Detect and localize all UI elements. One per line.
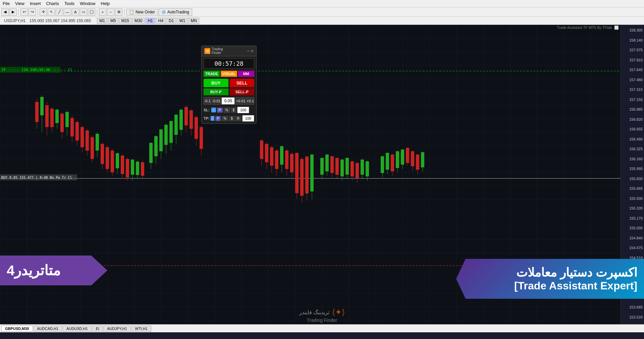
panel-tab-trade[interactable]: TRADE	[204, 71, 220, 77]
svg-rect-28	[75, 122, 79, 140]
svg-rect-134	[416, 155, 419, 170]
lot-minus-01-button[interactable]: -0.1	[204, 97, 211, 105]
sl-check-icon: ✓	[212, 108, 215, 112]
buy-button[interactable]: BUY	[204, 79, 228, 87]
sell-pending-button[interactable]: SELL-P	[230, 89, 255, 95]
tp-checkbox[interactable]: ✓	[211, 116, 214, 121]
toolbar-btn-ellipse[interactable]: ◯	[88, 8, 95, 16]
sl-checkbox[interactable]: ✓	[211, 108, 216, 112]
toolbar-btn-line[interactable]: ╱	[56, 8, 63, 16]
tf-m5[interactable]: M5	[108, 18, 118, 24]
panel-close-button[interactable]: ×	[251, 48, 254, 54]
tab-wti[interactable]: WTI,H1	[131, 326, 151, 332]
buy-pending-button[interactable]: BUY-P	[204, 89, 228, 95]
tp-percent-button[interactable]: %	[222, 116, 228, 121]
sl-percent-button[interactable]: %	[224, 108, 230, 113]
tf-m30[interactable]: M30	[132, 18, 145, 24]
sl-label: SL:	[204, 108, 210, 112]
price-156985: 156.985	[622, 107, 643, 111]
toolbar-btn-arrow[interactable]: ↖	[48, 8, 55, 16]
tf-logo-symbol: ⟨✦⟩	[332, 307, 345, 317]
tf-w1[interactable]: W1	[177, 18, 187, 24]
svg-rect-94	[300, 159, 304, 196]
tf-mn[interactable]: MN	[188, 18, 199, 24]
menu-file[interactable]: File	[3, 1, 10, 6]
svg-rect-70	[184, 107, 188, 125]
toolbar-btn-2[interactable]: ▶	[9, 8, 17, 16]
sell-button[interactable]: SELL	[230, 79, 255, 87]
tf-m15[interactable]: M15	[119, 18, 131, 24]
svg-rect-108	[340, 160, 344, 176]
panel-tp-row: TP: ✓ P % $ R	[202, 115, 256, 122]
price-157480: 157.480	[622, 78, 643, 82]
tab-audjpy[interactable]: AUDJPY,H1	[103, 326, 130, 332]
price-158140: 158.140	[622, 38, 643, 42]
tp-r-button[interactable]: R	[235, 116, 241, 121]
menu-charts[interactable]: Charts	[46, 1, 59, 6]
tp-dollar-button[interactable]: $	[229, 116, 234, 121]
svg-rect-18	[50, 109, 54, 127]
svg-rect-130	[406, 148, 409, 163]
svg-rect-120	[381, 156, 384, 173]
svg-rect-46	[121, 156, 124, 174]
tp-p-button[interactable]: P	[215, 116, 221, 121]
svg-rect-122	[386, 153, 389, 170]
tf-h1[interactable]: H1	[145, 18, 155, 24]
tab-el[interactable]: El	[92, 326, 103, 332]
toolbar-btn-undo[interactable]: ↩	[20, 8, 28, 16]
tf-h4[interactable]: H4	[156, 18, 166, 24]
sl-value-input[interactable]	[237, 107, 249, 113]
bottom-tabs: GBPUSD,M30 AUDCAD,H1 AUDUSD,H1 El AUDJPY…	[0, 324, 644, 332]
svg-rect-106	[335, 158, 339, 175]
panel-sl-row: SL: ✓ P % $	[202, 107, 256, 113]
panel-tab-mm[interactable]: MM	[238, 71, 254, 77]
tf-d1[interactable]: D1	[166, 18, 176, 24]
menu-tools[interactable]: Tools	[64, 1, 74, 6]
tab-gbpusd[interactable]: GBPUSD,M30	[1, 326, 33, 332]
svg-rect-102	[325, 155, 329, 171]
tf-arabic-text: تریدینگ فایندر	[299, 309, 329, 316]
panel-tab-visual[interactable]: VISUAL	[221, 71, 237, 77]
tf-english-watermark: Trading Finder	[307, 318, 337, 323]
svg-rect-20	[55, 110, 59, 123]
menu-insert[interactable]: Insert	[30, 1, 41, 6]
price-156820: 156.820	[622, 117, 643, 121]
panel-minimize-button[interactable]: −	[247, 48, 250, 54]
toolbar-btn-redo[interactable]: ↪	[29, 8, 36, 16]
toolbar-btn-text[interactable]: A	[72, 8, 79, 16]
toolbar-btn-rect[interactable]: ▭	[80, 8, 87, 16]
tf-m1[interactable]: M1	[97, 18, 107, 24]
svg-rect-48	[126, 159, 129, 177]
toolbar-btn-cross[interactable]: ✛	[40, 8, 47, 16]
svg-rect-40	[106, 147, 109, 169]
svg-rect-72	[190, 110, 193, 129]
lot-plus-001-button[interactable]: +0.01	[235, 97, 246, 105]
svg-rect-50	[131, 160, 134, 175]
sl-p-button[interactable]: P	[217, 108, 223, 113]
svg-rect-34	[91, 137, 94, 159]
svg-rect-54	[141, 162, 144, 176]
menu-window[interactable]: Window	[80, 1, 95, 6]
svg-rect-22	[60, 114, 64, 132]
toolbar-btn-fit[interactable]: ⊞	[115, 8, 122, 16]
sl-dollar-button[interactable]: $	[231, 108, 236, 113]
toolbar-sep-2	[38, 9, 38, 15]
svg-rect-44	[116, 153, 119, 168]
new-order-button[interactable]: 📋 New Order	[126, 9, 158, 15]
menu-view[interactable]: View	[15, 1, 24, 6]
svg-rect-64	[169, 121, 173, 143]
toolbar-btn-1[interactable]: ◀	[1, 8, 9, 16]
tab-audusd[interactable]: AUDUSD,H1	[63, 326, 92, 332]
svg-rect-90	[290, 154, 293, 172]
auto-trading-button[interactable]: ⚙ AutoTrading	[159, 8, 192, 16]
menu-help[interactable]: Help	[101, 1, 110, 6]
tab-audcad[interactable]: AUDCAD,H1	[34, 326, 62, 332]
lot-input[interactable]	[221, 97, 235, 105]
lot-plus-01-button[interactable]: +0.1	[246, 97, 254, 105]
tp-value-input[interactable]	[242, 115, 254, 122]
toolbar-btn-hline[interactable]: —	[64, 8, 71, 16]
toolbar-btn-zoom-out[interactable]: −	[107, 8, 114, 16]
svg-rect-74	[195, 117, 198, 139]
toolbar-btn-zoom-in[interactable]: +	[99, 8, 106, 16]
lot-minus-001-button[interactable]: -0.01	[212, 97, 221, 105]
